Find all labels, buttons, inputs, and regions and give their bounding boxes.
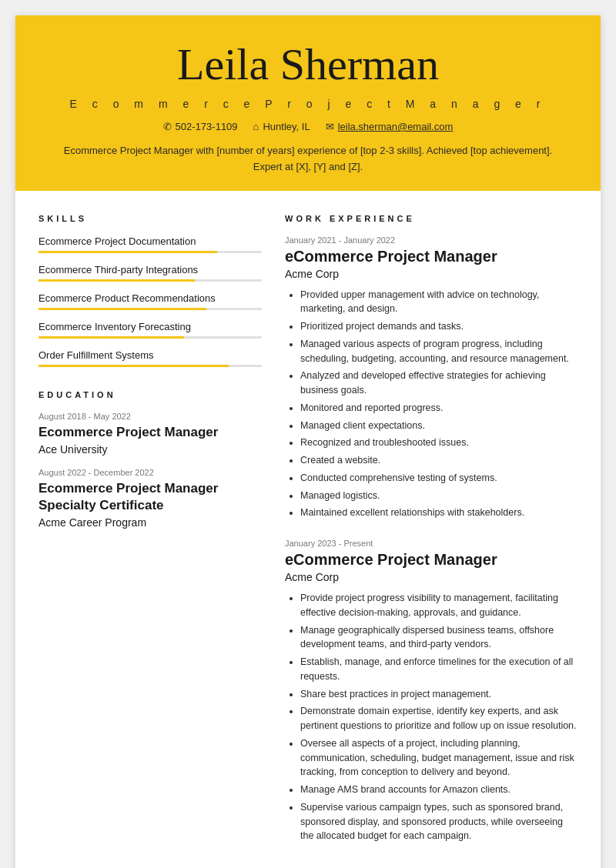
skill-item: Ecommerce Product Recommendations (38, 292, 262, 310)
phone-number: 502-173-1109 (176, 121, 238, 132)
bullet-item: Provided upper management with advice on… (300, 288, 578, 317)
bullet-item: Manage AMS brand accounts for Amazon cli… (300, 783, 578, 797)
skill-bar-background (38, 251, 262, 253)
work-company: Acme Corp (285, 268, 578, 280)
work-title: eCommerce Project Manager (285, 551, 578, 569)
bullet-item: Provide project progress visibility to m… (300, 591, 578, 620)
resume-summary: Ecommerce Project Manager with [number o… (62, 143, 554, 175)
contact-info: ✆ 502-173-1109 ⌂ Huntley, IL ✉ leila.she… (46, 121, 570, 132)
edu-degree: Ecommerce Project Manager (38, 424, 262, 441)
education-section: EDUCATION August 2018 - May 2022 Ecommer… (38, 390, 262, 529)
bullet-item: Maintained excellent relationships with … (300, 506, 578, 520)
skill-bar-background (38, 365, 262, 367)
work-section-title: WORK EXPERIENCE (285, 214, 578, 223)
work-section-header: WORK EXPERIENCE (285, 214, 578, 223)
email-icon: ✉ (326, 121, 334, 132)
skill-bar-fill (38, 251, 217, 253)
edu-degree: Ecommerce Project Manager Specialty Cert… (38, 480, 262, 514)
phone-contact: ✆ 502-173-1109 (163, 121, 238, 132)
skill-bar-fill (38, 365, 229, 367)
skill-name: Ecommerce Third-party Integrations (38, 264, 262, 275)
skill-name: Order Fulfillment Systems (38, 349, 262, 361)
bullet-item: Managed client expectations. (300, 419, 578, 433)
email-contact: ✉ leila.sherman@email.com (326, 121, 454, 132)
bullet-item: Managed logistics. (300, 489, 578, 503)
skill-item: Ecommerce Third-party Integrations (38, 264, 262, 282)
edu-school: Acme Career Program (38, 516, 262, 529)
email-link[interactable]: leila.sherman@email.com (338, 121, 454, 132)
resume-body: SKILLS Ecommerce Project Documentation E… (15, 191, 601, 868)
resume-header: Leila Sherman E c o m m e r c e P r o j … (15, 15, 601, 191)
work-date: January 2023 - Present (285, 539, 578, 548)
bullet-item: Managed various aspects of program progr… (300, 337, 578, 366)
resume-document: Leila Sherman E c o m m e r c e P r o j … (15, 15, 601, 868)
skills-section-title: SKILLS (38, 214, 262, 223)
edu-date: August 2018 - May 2022 (38, 412, 262, 421)
bullet-item: Created a website. (300, 453, 578, 468)
work-item: January 2021 - January 2022 eCommerce Pr… (285, 235, 578, 521)
location-icon: ⌂ (253, 121, 259, 132)
bullet-item: Conducted comprehensive testing of syste… (300, 471, 578, 486)
bullet-item: Manage geographically dispersed business… (300, 623, 578, 653)
bullet-item: Supervise various campaign types, such a… (300, 800, 578, 843)
bullet-item: Demonstrate domain expertise, identify k… (300, 704, 578, 733)
bullet-item: Establish, manage, and enforce timelines… (300, 655, 578, 684)
work-company: Acme Corp (285, 571, 578, 583)
job-title: E c o m m e r c e P r o j e c t M a n a … (46, 98, 570, 110)
bullet-item: Recognized and troubleshooted issues. (300, 436, 578, 450)
work-title: eCommerce Project Manager (285, 248, 578, 265)
bullet-item: Analyzed and developed effective strateg… (300, 369, 578, 398)
skills-section: SKILLS Ecommerce Project Documentation E… (38, 214, 262, 367)
bullet-item: Prioritized project demands and tasks. (300, 319, 578, 334)
bullet-item: Share best practices in project manageme… (300, 687, 578, 702)
location-text: Huntley, IL (263, 121, 310, 132)
skill-bar-background (38, 279, 262, 282)
edu-date: August 2022 - December 2022 (38, 468, 262, 477)
right-column: WORK EXPERIENCE January 2021 - January 2… (285, 214, 578, 863)
location-contact: ⌂ Huntley, IL (253, 121, 310, 132)
bullet-item: Oversee all aspects of a project, includ… (300, 736, 578, 780)
edu-school: Ace University (38, 443, 262, 456)
skill-item: Ecommerce Inventory Forecasting (38, 321, 262, 339)
education-list: August 2018 - May 2022 Ecommerce Project… (38, 412, 262, 529)
work-bullets: Provide project progress visibility to m… (285, 591, 578, 843)
work-item: January 2023 - Present eCommerce Project… (285, 539, 578, 843)
education-item: August 2018 - May 2022 Ecommerce Project… (38, 412, 262, 456)
skill-bar-fill (38, 279, 195, 282)
work-bullets: Provided upper management with advice on… (285, 288, 578, 521)
skill-item: Ecommerce Project Documentation (38, 235, 262, 253)
bullet-item: Monitored and reported progress. (300, 401, 578, 416)
education-section-title: EDUCATION (38, 390, 262, 399)
skills-list: Ecommerce Project Documentation Ecommerc… (38, 235, 262, 367)
skill-name: Ecommerce Project Documentation (38, 235, 262, 247)
candidate-name: Leila Sherman (46, 38, 570, 90)
work-date: January 2021 - January 2022 (285, 235, 578, 245)
skill-bar-background (38, 336, 262, 339)
education-item: August 2022 - December 2022 Ecommerce Pr… (38, 468, 262, 529)
skill-bar-background (38, 308, 262, 310)
work-list: January 2021 - January 2022 eCommerce Pr… (285, 235, 578, 844)
skill-bar-fill (38, 336, 184, 339)
skill-name: Ecommerce Product Recommendations (38, 292, 262, 304)
left-column: SKILLS Ecommerce Project Documentation E… (38, 214, 262, 863)
skill-item: Order Fulfillment Systems (38, 349, 262, 367)
phone-icon: ✆ (163, 121, 172, 132)
skill-name: Ecommerce Inventory Forecasting (38, 321, 262, 332)
skill-bar-fill (38, 308, 206, 310)
